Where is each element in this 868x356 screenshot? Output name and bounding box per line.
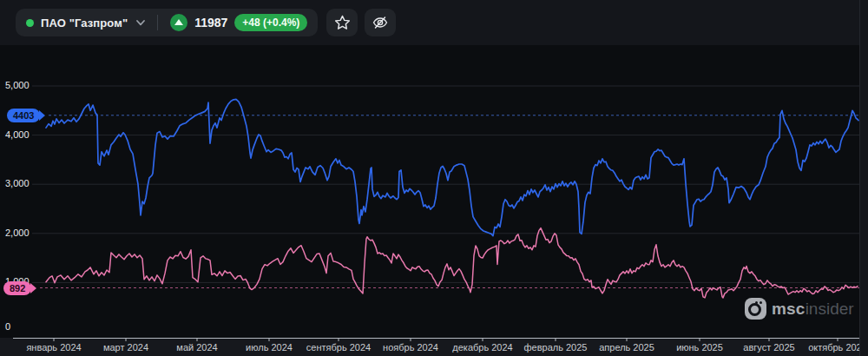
- star-icon: [334, 15, 351, 30]
- change-badge: +48 (+0.4%): [234, 14, 307, 31]
- y-axis-label: 0: [4, 321, 13, 333]
- series-line-gazprom-pink: [46, 228, 858, 298]
- x-axis-label: февраль 2025: [516, 342, 595, 353]
- watermark: mscinsider: [745, 298, 854, 320]
- y-axis-label: 5,000: [4, 80, 32, 91]
- price-tag-blue: 4403: [7, 109, 40, 122]
- x-axis-label: июнь 2025: [661, 342, 739, 353]
- x-axis-label: январь 2024: [15, 342, 93, 353]
- series-line-gazprom-blue: [46, 99, 858, 235]
- mscinsider-logo-icon: [745, 298, 766, 320]
- instrument-name: ПАО "Газпром": [41, 16, 128, 30]
- x-axis-label: ноябрь 2024: [372, 342, 450, 353]
- price-tag-pink-value: 892: [10, 283, 25, 293]
- chevron-down-icon[interactable]: [136, 20, 145, 26]
- watermark-light-text: insider: [806, 300, 854, 318]
- x-axis-label: май 2024: [158, 342, 236, 353]
- price-chart-panel: ПАО "Газпром" 11987 +48 (+0.4%) 5,0004,0…: [0, 0, 868, 356]
- chart-canvas: [0, 45, 860, 338]
- x-axis-label: апрель 2025: [588, 342, 666, 353]
- price-tag-blue-value: 4403: [13, 110, 34, 121]
- hide-button[interactable]: [365, 9, 396, 36]
- y-axis-label: 4,000: [4, 129, 32, 141]
- y-axis-label: 2,000: [4, 227, 32, 239]
- favorite-button[interactable]: [326, 9, 358, 36]
- instrument-quote-pill[interactable]: ПАО "Газпром" 11987 +48 (+0.4%): [16, 9, 318, 36]
- status-dot-icon: [26, 19, 34, 27]
- x-axis: январь 2024март 2024май 2024июль 2024сен…: [0, 338, 860, 356]
- quote-value: 11987: [194, 16, 227, 30]
- x-axis-label: июль 2024: [230, 342, 308, 353]
- x-axis-label: март 2024: [87, 342, 165, 353]
- x-axis-label: сентябрь 2024: [299, 342, 378, 353]
- x-axis-label: август 2025: [730, 342, 808, 353]
- price-tag-pink: 892: [3, 281, 31, 295]
- watermark-bold-text: msc: [772, 300, 806, 318]
- panel-right-edge: [859, 0, 868, 356]
- trend-up-icon: [170, 14, 187, 31]
- x-axis-label: октябрь 2025: [799, 342, 868, 353]
- divider: [157, 15, 158, 30]
- chart-area[interactable]: 5,0004,0003,0002,0001,0000 4403 892 msci…: [0, 45, 860, 338]
- eye-off-icon: [372, 15, 389, 30]
- toolbar: ПАО "Газпром" 11987 +48 (+0.4%): [0, 0, 868, 46]
- x-axis-label: декабрь 2024: [444, 342, 522, 353]
- y-axis-label: 3,000: [4, 178, 32, 189]
